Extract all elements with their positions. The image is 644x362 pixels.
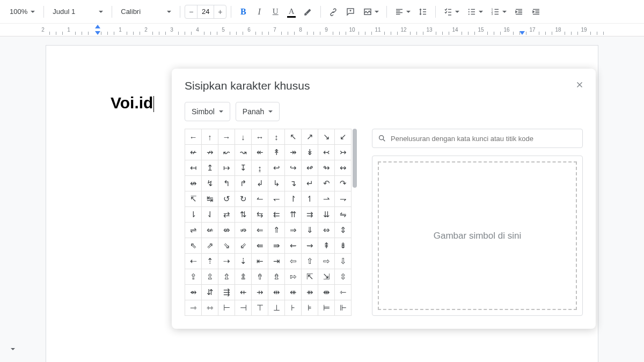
special-char-cell[interactable]: ↽ (268, 191, 285, 207)
special-char-cell[interactable]: ↰ (218, 176, 235, 191)
special-char-cell[interactable]: ⇵ (202, 285, 218, 300)
special-char-cell[interactable]: ↹ (202, 191, 218, 207)
character-search-box[interactable] (372, 129, 583, 148)
special-char-cell[interactable]: ⇹ (268, 285, 285, 300)
special-char-cell[interactable]: ↡ (302, 145, 318, 160)
numbered-list-button[interactable]: 123 (487, 4, 510, 19)
decrease-font-button[interactable]: − (185, 8, 197, 16)
align-button[interactable] (391, 4, 414, 19)
special-char-cell[interactable]: ⇓ (302, 223, 318, 238)
special-char-cell[interactable]: ↻ (235, 191, 252, 207)
special-char-cell[interactable]: ⇎ (218, 223, 235, 238)
explore-button[interactable] (5, 342, 20, 357)
special-char-cell[interactable]: ↙ (335, 129, 352, 145)
decrease-indent-button[interactable] (511, 4, 527, 19)
increase-font-button[interactable]: + (214, 8, 226, 16)
paragraph-style-dropdown[interactable]: Judul 1 (48, 4, 107, 19)
special-char-cell[interactable]: ⇰ (285, 269, 302, 285)
character-search-input[interactable] (391, 135, 577, 143)
special-char-cell[interactable]: ⇴ (185, 285, 202, 300)
special-char-cell[interactable]: ⇒ (285, 223, 302, 238)
special-char-cell[interactable]: ⊤ (252, 300, 268, 316)
special-char-cell[interactable]: ↦ (218, 160, 235, 176)
special-char-cell[interactable]: ↢ (318, 145, 335, 160)
special-char-cell[interactable]: ⇸ (252, 285, 268, 300)
special-char-cell[interactable]: ↧ (235, 160, 252, 176)
special-char-cell[interactable]: ↖ (285, 129, 302, 145)
special-char-cell[interactable]: ⇼ (318, 285, 335, 300)
special-char-cell[interactable]: ⇿ (202, 300, 218, 316)
special-char-cell[interactable]: ↴ (285, 176, 302, 191)
special-char-cell[interactable]: ← (185, 129, 202, 145)
special-char-cell[interactable]: ⇐ (252, 223, 268, 238)
special-char-cell[interactable]: ⇄ (218, 207, 235, 223)
special-char-cell[interactable]: ↕ (268, 129, 285, 145)
special-char-cell[interactable]: ⇢ (218, 254, 235, 269)
category-filter-dropdown[interactable]: Simbol (185, 102, 230, 121)
special-char-cell[interactable]: ↟ (268, 145, 285, 160)
special-char-cell[interactable]: ⊢ (218, 300, 235, 316)
special-char-cell[interactable]: ↓ (235, 129, 252, 145)
special-char-cell[interactable]: ⇬ (218, 269, 235, 285)
special-char-cell[interactable]: ⇫ (202, 269, 218, 285)
special-char-cell[interactable]: ↑ (202, 129, 218, 145)
special-char-cell[interactable]: ⇛ (268, 238, 285, 254)
special-char-cell[interactable]: ⇥ (268, 254, 285, 269)
special-char-cell[interactable]: ⇯ (268, 269, 285, 285)
special-char-cell[interactable]: ⇂ (185, 207, 202, 223)
special-char-cell[interactable]: ⇌ (185, 223, 202, 238)
italic-button[interactable]: I (252, 4, 267, 19)
special-char-cell[interactable]: ⊥ (268, 300, 285, 316)
special-char-cell[interactable]: ⇭ (235, 269, 252, 285)
special-char-cell[interactable]: ↶ (318, 176, 335, 191)
special-char-cell[interactable]: ↚ (185, 145, 202, 160)
checklist-button[interactable] (440, 4, 463, 19)
insert-image-button[interactable] (360, 4, 382, 19)
special-char-cell[interactable]: ↾ (285, 191, 302, 207)
increase-indent-button[interactable] (528, 4, 544, 19)
special-char-cell[interactable]: ⇀ (318, 191, 335, 207)
special-char-cell[interactable]: ⇉ (302, 207, 318, 223)
special-char-cell[interactable]: ⇈ (285, 207, 302, 223)
special-char-cell[interactable]: ⇃ (202, 207, 218, 223)
special-char-cell[interactable]: ⇊ (318, 207, 335, 223)
special-char-cell[interactable]: ↺ (218, 191, 235, 207)
special-char-cell[interactable]: ⇨ (318, 254, 335, 269)
special-char-cell[interactable]: ↨ (252, 160, 268, 176)
character-scrollbar[interactable] (353, 129, 357, 188)
special-char-cell[interactable]: ↜ (218, 145, 235, 160)
special-char-cell[interactable]: ↿ (302, 191, 318, 207)
bulleted-list-button[interactable] (464, 4, 486, 19)
special-char-cell[interactable]: ⇤ (252, 254, 268, 269)
special-char-cell[interactable]: ⇚ (252, 238, 268, 254)
special-char-cell[interactable]: ↥ (202, 160, 218, 176)
special-char-cell[interactable]: ⇳ (335, 269, 352, 285)
special-char-cell[interactable]: ↠ (285, 145, 302, 160)
special-char-cell[interactable]: ⇷ (235, 285, 252, 300)
special-char-cell[interactable]: ⇽ (335, 285, 352, 300)
special-char-cell[interactable]: ↛ (202, 145, 218, 160)
dialog-close-button[interactable] (572, 77, 587, 92)
special-char-cell[interactable]: ⇾ (185, 300, 202, 316)
special-char-cell[interactable]: ⇘ (218, 238, 235, 254)
subcategory-filter-dropdown[interactable]: Panah (236, 102, 280, 121)
special-char-cell[interactable]: ⇦ (285, 254, 302, 269)
special-char-cell[interactable]: ⊣ (235, 300, 252, 316)
special-char-cell[interactable]: ⊦ (285, 300, 302, 316)
special-char-cell[interactable]: ⇣ (235, 254, 252, 269)
underline-button[interactable]: U (268, 4, 283, 19)
first-line-indent-marker[interactable] (95, 25, 100, 28)
special-char-cell[interactable]: ↬ (318, 160, 335, 176)
special-char-cell[interactable]: ⇡ (202, 254, 218, 269)
special-char-cell[interactable]: ⇩ (335, 254, 352, 269)
special-char-cell[interactable]: ↮ (185, 176, 202, 191)
special-char-cell[interactable]: ↭ (335, 160, 352, 176)
special-char-cell[interactable]: ⇱ (302, 269, 318, 285)
special-char-cell[interactable]: ⇞ (318, 238, 335, 254)
special-char-cell[interactable]: ⇇ (268, 207, 285, 223)
special-char-cell[interactable]: ↞ (252, 145, 268, 160)
special-char-cell[interactable]: ⇻ (302, 285, 318, 300)
insert-comment-button[interactable] (342, 4, 358, 19)
line-spacing-button[interactable] (415, 4, 431, 19)
special-char-cell[interactable]: ⇺ (285, 285, 302, 300)
